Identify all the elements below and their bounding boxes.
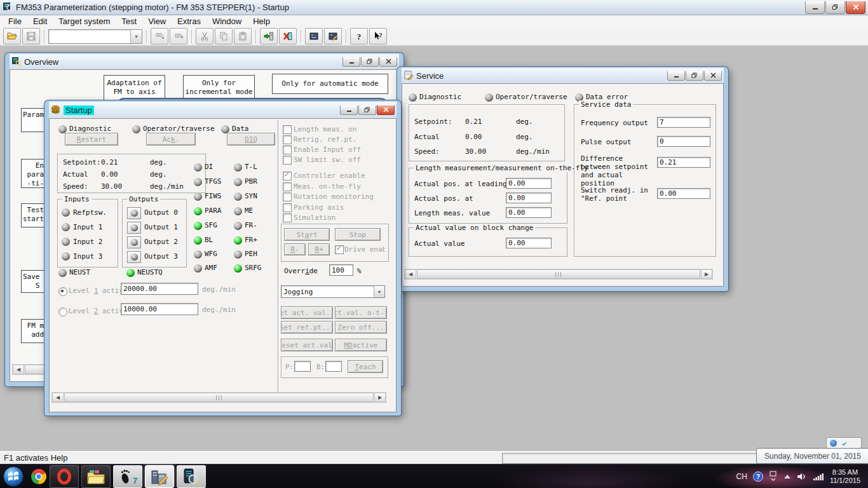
controller-enable-checkbox[interactable] xyxy=(283,172,292,180)
fm-parameterize-icon[interactable] xyxy=(145,465,174,488)
rotation-monitoring-checkbox[interactable] xyxy=(283,193,292,201)
menu-help[interactable]: Help xyxy=(247,16,276,27)
set-ref-pt-button[interactable]: Set ref.pt... xyxy=(281,321,333,334)
menu-view[interactable]: View xyxy=(142,16,172,27)
scroll-right-icon[interactable]: ▶ xyxy=(374,393,386,402)
language-indicator[interactable]: CH xyxy=(736,472,747,481)
scroll-left-icon[interactable]: ◀ xyxy=(405,269,416,279)
level-2-radio[interactable] xyxy=(58,308,67,316)
restart-button[interactable]: Restart xyxy=(65,133,118,146)
reset-act-val-button[interactable]: Reset act.val. xyxy=(281,339,333,351)
block-change-actual-field[interactable]: 0.00 xyxy=(506,238,552,248)
save-icon[interactable] xyxy=(22,28,40,44)
menu-window[interactable]: Window xyxy=(207,16,247,27)
actual-pos-at-field[interactable]: 0.00 xyxy=(506,193,552,203)
length-meas-on-checkbox[interactable] xyxy=(283,125,292,134)
simatic-step7-icon[interactable]: 7 xyxy=(113,465,142,488)
find-next-icon[interactable] xyxy=(151,28,168,44)
help-tray-icon[interactable]: ? xyxy=(753,471,763,482)
level-1-field[interactable]: 20000.00 xyxy=(121,283,198,295)
p-field[interactable] xyxy=(294,361,311,372)
startup-horizontal-scrollbar[interactable]: ◀ ▶ xyxy=(51,392,386,403)
network-icon[interactable] xyxy=(813,472,824,481)
opera-icon[interactable] xyxy=(50,465,79,488)
menu-edit[interactable]: Edit xyxy=(27,16,53,27)
restore-windows-tray-icon[interactable] xyxy=(769,471,778,482)
paste-icon[interactable] xyxy=(234,28,252,44)
difference-field[interactable]: 0.21 xyxy=(657,157,710,168)
restore-button[interactable] xyxy=(825,1,845,14)
startup-minimize-button[interactable] xyxy=(340,105,358,115)
speaker-icon[interactable] xyxy=(797,472,807,481)
delete-block-icon[interactable] xyxy=(279,28,297,44)
main-titlebar[interactable]: FM353 Parameterization (stepping motor) … xyxy=(0,0,868,15)
overview-titlebar[interactable]: Overview xyxy=(10,54,399,69)
service-horizontal-scrollbar[interactable]: ◀ ▶ xyxy=(404,269,713,280)
close-button[interactable] xyxy=(846,1,865,14)
start-button[interactable]: Start xyxy=(284,228,330,241)
ack-button[interactable]: Ack. xyxy=(146,133,196,146)
meas-on-the-fly-checkbox[interactable] xyxy=(283,182,292,191)
service-minimize-button[interactable] xyxy=(667,71,685,81)
parking-axis-checkbox[interactable] xyxy=(283,203,292,212)
switch-readj-field[interactable]: 0.00 xyxy=(657,188,710,199)
startup-close-button[interactable] xyxy=(377,105,395,115)
r-plus-button[interactable]: R+ xyxy=(308,243,330,255)
output-0-button[interactable] xyxy=(127,207,141,219)
download-to-module-icon[interactable] xyxy=(260,28,278,44)
md-active-button[interactable]: MD active xyxy=(335,339,387,351)
startup-titlebar[interactable]: Startup xyxy=(49,102,397,118)
retrig-refpt-checkbox[interactable] xyxy=(283,135,292,144)
enable-input-off-checkbox[interactable] xyxy=(283,146,292,154)
copy-icon[interactable] xyxy=(215,28,233,44)
file-explorer-icon[interactable] xyxy=(81,465,111,488)
scrollbar-thumb[interactable] xyxy=(417,269,700,279)
diq-button[interactable]: DIQ xyxy=(227,133,275,146)
chrome-icon[interactable] xyxy=(31,468,47,485)
help-icon[interactable]: ? xyxy=(350,28,368,44)
stop-button[interactable]: Stop xyxy=(335,228,381,241)
pulse-output-field[interactable]: 0 xyxy=(657,136,710,147)
minimize-button[interactable] xyxy=(805,1,825,14)
simulation-checkbox[interactable] xyxy=(283,214,292,222)
zero-off-button[interactable]: Zero off... xyxy=(335,321,387,334)
r-minus-button[interactable]: R- xyxy=(284,243,306,255)
service-close-button[interactable] xyxy=(704,71,722,81)
cut-icon[interactable] xyxy=(196,28,214,44)
mode-select[interactable]: Jogging ▼ xyxy=(281,285,385,298)
scroll-left-icon[interactable]: ◀ xyxy=(52,393,64,402)
context-help-icon[interactable]: ? xyxy=(369,28,387,44)
frequency-output-field[interactable]: 7 xyxy=(657,117,710,128)
level-1-radio[interactable] xyxy=(58,287,67,296)
overview-minimize-button[interactable] xyxy=(342,57,360,67)
fm-monitor-icon[interactable] xyxy=(177,465,206,488)
teach-button[interactable]: Teach xyxy=(348,360,383,373)
service-restore-button[interactable] xyxy=(686,71,703,81)
menu-file[interactable]: File xyxy=(3,16,27,27)
chevron-down-icon[interactable]: ▼ xyxy=(130,30,142,43)
address-combobox[interactable]: ▼ xyxy=(48,29,142,44)
monitor-icon[interactable] xyxy=(305,28,323,44)
overview-restore-button[interactable] xyxy=(361,57,379,67)
actual-pos-leading-field[interactable]: 0.00 xyxy=(506,178,552,189)
find-previous-icon[interactable] xyxy=(170,28,187,44)
level-2-field[interactable]: 10000.00 xyxy=(121,303,198,315)
scrollbar-thumb[interactable] xyxy=(64,393,374,402)
service-titlebar[interactable]: Service xyxy=(402,68,724,83)
menu-target-system[interactable]: Target system xyxy=(53,16,116,27)
output-3-button[interactable] xyxy=(127,251,141,263)
output-2-button[interactable] xyxy=(127,236,141,248)
menu-extras[interactable]: Extras xyxy=(172,16,207,27)
sw-limit-off-checkbox[interactable] xyxy=(283,156,292,165)
modify-icon[interactable] xyxy=(324,28,342,44)
scroll-right-icon[interactable]: ▶ xyxy=(701,269,712,279)
scroll-left-icon[interactable]: ◀ xyxy=(13,365,24,374)
act-val-otf-button[interactable]: Act.val. o-t-f. xyxy=(335,306,387,319)
length-meas-value-field[interactable]: 0.00 xyxy=(506,207,552,218)
menu-test[interactable]: Test xyxy=(116,16,142,27)
start-button[interactable] xyxy=(3,466,24,487)
open-icon[interactable] xyxy=(3,28,21,44)
overview-close-button[interactable] xyxy=(379,57,397,67)
override-field[interactable]: 100 xyxy=(329,264,353,276)
output-1-button[interactable] xyxy=(127,222,141,234)
